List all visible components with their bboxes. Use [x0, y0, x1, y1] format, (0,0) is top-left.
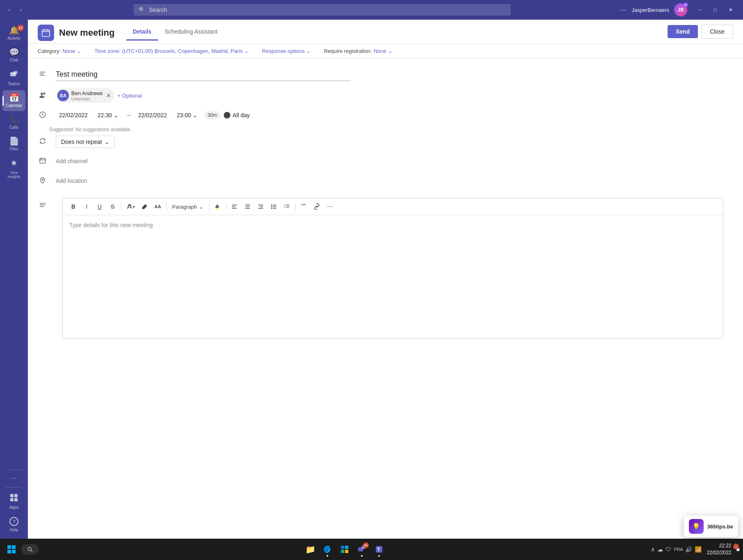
italic-button[interactable]: I: [81, 202, 92, 212]
channel-input[interactable]: [56, 155, 334, 167]
registration-option[interactable]: Require registration: None ⌄: [324, 48, 392, 54]
svg-text:T: T: [377, 547, 380, 553]
svg-rect-2: [10, 494, 14, 497]
sidebar-item-help[interactable]: ? Help: [2, 514, 25, 535]
meeting-title-input[interactable]: [56, 68, 351, 81]
registration-chevron-icon: ⌄: [388, 48, 393, 54]
quote-button[interactable]: “”: [298, 202, 309, 212]
send-button[interactable]: Send: [668, 25, 698, 38]
timezone-option[interactable]: Time zone: (UTC+01:00) Brussels, Copenha…: [94, 48, 249, 54]
strikethrough-button[interactable]: S: [107, 202, 118, 212]
align-left-button[interactable]: [229, 202, 240, 212]
tips-overlay[interactable]: 💡 365tips.be: [684, 516, 738, 537]
optional-button[interactable]: + Optional: [118, 93, 142, 99]
underline-button[interactable]: U: [94, 202, 105, 212]
start-button[interactable]: [3, 541, 20, 558]
back-button[interactable]: ‹: [5, 5, 14, 15]
sidebar-label-apps: Apps: [9, 505, 19, 510]
taskbar-file-explorer[interactable]: 📁: [302, 541, 318, 558]
title-form-content: [56, 68, 733, 81]
sidebar-item-teams[interactable]: Teams: [2, 66, 25, 89]
font-size-button[interactable]: AA: [152, 203, 164, 211]
tray-cloud-icon[interactable]: ☁: [657, 546, 663, 553]
highlight-button[interactable]: [139, 202, 150, 212]
end-time-select[interactable]: 23:00 ⌄: [173, 109, 201, 121]
tray-network-icon[interactable]: 📶: [695, 546, 702, 553]
numbered-list-button[interactable]: 1.2.: [281, 202, 293, 212]
maximize-button[interactable]: □: [708, 4, 723, 16]
repeat-select[interactable]: Does not repeat ⌄: [56, 136, 115, 148]
bold-button[interactable]: B: [68, 202, 79, 212]
link-button[interactable]: [311, 202, 323, 212]
sidebar-label-calendar: Calendar: [6, 103, 23, 108]
highlight-color-button[interactable]: [212, 202, 223, 212]
svg-rect-40: [7, 545, 11, 549]
editor-body[interactable]: Type details for this new meeting: [63, 215, 723, 338]
svg-point-10: [41, 93, 43, 95]
location-icon: [34, 175, 51, 184]
close-button[interactable]: ✕: [723, 4, 738, 16]
align-center-button[interactable]: [242, 202, 253, 212]
taskbar-right: ∧ ☁ 🛡 FRA 🔊 📶 22:22 22/02/2022 ■ 1: [651, 542, 740, 556]
sidebar-item-chat[interactable]: 💬 Chat: [2, 45, 25, 66]
tips-brand-text: 365tips.be: [707, 524, 733, 530]
sidebar-item-calendar[interactable]: 📅 Calendar: [2, 90, 25, 111]
svg-rect-20: [216, 209, 219, 209]
response-label: Response options: [262, 48, 304, 54]
repeat-icon: [34, 136, 51, 145]
forward-button[interactable]: ›: [17, 5, 25, 15]
sidebar-item-apps[interactable]: Apps: [2, 490, 25, 513]
form-area: BA Ben Andrews Unknown ✕ + Optional: [28, 59, 743, 539]
attendee-status-ba: Unknown: [71, 96, 103, 101]
category-option[interactable]: Category: None ⌄: [38, 48, 81, 54]
more-icon: ⋯: [11, 476, 17, 481]
tray-shield-icon[interactable]: 🛡: [666, 546, 671, 553]
minimize-button[interactable]: −: [692, 4, 707, 16]
start-time-select[interactable]: 22:30 ⌄: [94, 109, 122, 121]
tray-speaker-icon[interactable]: 🔊: [685, 546, 692, 553]
taskbar-edge[interactable]: [319, 541, 336, 558]
taskbar-clock[interactable]: 22:22 22/02/2022: [705, 542, 733, 556]
app2-indicator: [378, 555, 380, 557]
more-formatting-button[interactable]: ⋯: [324, 202, 336, 212]
toolbar-sep5: [295, 203, 295, 210]
taskbar-app2[interactable]: T: [371, 541, 387, 558]
tray-up-arrow-icon[interactable]: ∧: [651, 546, 655, 553]
svg-rect-48: [341, 550, 344, 553]
paragraph-select[interactable]: Paragraph ⌄: [169, 202, 207, 212]
duration-badge: 30m: [204, 111, 220, 120]
align-right-button[interactable]: [255, 202, 266, 212]
teams-taskbar-badge: 9+: [363, 542, 369, 548]
font-color-button[interactable]: ▾: [124, 202, 137, 212]
paragraph-label: Paragraph: [172, 204, 197, 210]
close-meeting-button[interactable]: Close: [701, 25, 733, 39]
options-bar: Category: None ⌄ Time zone: (UTC+01:00) …: [28, 44, 743, 59]
sidebar-item-activity[interactable]: 17 🔔 Activity: [2, 23, 25, 44]
sidebar-item-files[interactable]: 📄 Files: [2, 134, 25, 155]
response-option[interactable]: Response options ⌄: [262, 48, 311, 54]
start-date-input[interactable]: 22/02/2022: [56, 109, 91, 121]
taskbar-store[interactable]: [336, 541, 353, 558]
svg-line-45: [31, 551, 33, 552]
all-day-toggle[interactable]: All day: [224, 112, 250, 118]
tab-details[interactable]: Details: [126, 25, 158, 41]
remove-attendee-button[interactable]: ✕: [106, 92, 111, 99]
sidebar-item-viva[interactable]: Viva Insights: [2, 155, 25, 182]
taskbar-search[interactable]: [21, 544, 39, 555]
bullet-list-button[interactable]: [268, 202, 279, 212]
sidebar-item-more[interactable]: ⋯: [2, 472, 25, 485]
location-input[interactable]: [56, 175, 334, 187]
svg-rect-5: [14, 498, 18, 501]
attendees-form-content: BA Ben Andrews Unknown ✕ + Optional: [56, 88, 733, 103]
search-bar[interactable]: 🔍 Search: [134, 4, 511, 16]
tray-lang: FRA: [674, 547, 683, 552]
more-options-icon[interactable]: ⋯: [619, 5, 627, 14]
avatar[interactable]: JB P: [674, 3, 687, 16]
end-date-input[interactable]: 22/02/2022: [135, 109, 170, 121]
taskbar-teams[interactable]: 9+: [354, 541, 370, 558]
sidebar-item-calls[interactable]: 📞 Calls: [2, 112, 25, 133]
main-layout: 17 🔔 Activity 💬 Chat Teams 📅 Calendar 📞 …: [0, 20, 743, 539]
svg-point-34: [271, 208, 272, 209]
tab-scheduling[interactable]: Scheduling Assistant: [158, 25, 224, 41]
datetime-form-content: 22/02/2022 22:30 ⌄ → 22/02/2022 23:00 ⌄ …: [56, 109, 733, 121]
